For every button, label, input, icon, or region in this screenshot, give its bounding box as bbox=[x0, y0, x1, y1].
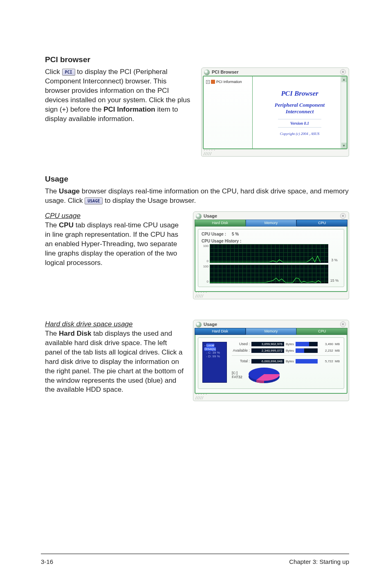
drive-c[interactable]: - C: 39 % bbox=[204, 351, 225, 355]
pci-version: Version 0.1 bbox=[278, 119, 321, 128]
available-line: Available : 2,340,995,072 Bytes 2,232 MB bbox=[232, 348, 340, 353]
window-title: Usage bbox=[204, 213, 217, 218]
usage-tabs: Hard Disk Memory CPU bbox=[195, 220, 347, 227]
drive-list: - Local Drive(s) - C: 39 % - D: 99 % bbox=[202, 342, 227, 383]
tab-cpu[interactable]: CPU bbox=[296, 220, 347, 227]
usage-cpu-window: Usage × Hard Disk Memory CPU CPU Usage :… bbox=[193, 211, 349, 299]
tree-expand-icon[interactable]: + bbox=[206, 80, 210, 84]
window-title: Usage bbox=[204, 322, 217, 327]
usage-tabs: Hard Disk Memory CPU bbox=[195, 328, 347, 335]
used-line: Used : 3,659,902,976 Bytes 3,490 MB bbox=[232, 342, 340, 346]
tab-hard-disk[interactable]: Hard Disk bbox=[195, 328, 246, 335]
pci-browser-window: PCI Browser × + PCI Information PCI Brow… bbox=[201, 67, 349, 157]
graph1-yaxis: 100 0 bbox=[202, 244, 210, 263]
cpu-graph-1 bbox=[210, 244, 328, 263]
tab-memory[interactable]: Memory bbox=[246, 328, 297, 335]
tab-hard-disk[interactable]: Hard Disk bbox=[195, 220, 246, 227]
cpu-usage-paragraph: The CPU tab displays real-time CPU usage… bbox=[45, 221, 184, 268]
page-footer: 3-16 Chapter 3: Starting up bbox=[41, 554, 349, 565]
pci-info-title: PCI Browser bbox=[281, 90, 318, 98]
app-logo-icon bbox=[196, 213, 202, 219]
total-line: Total : 6,000,898,048 Bytes 5,722 MB bbox=[232, 359, 340, 364]
pci-copyright: Copyright (c) 2004 , ASUS bbox=[280, 132, 320, 136]
pci-heading: PCI browser bbox=[45, 55, 349, 64]
scroll-down-icon[interactable]: ▾ bbox=[341, 143, 347, 148]
hd-usage-subhead: Hard disk drive space usage bbox=[45, 320, 184, 329]
tab-cpu[interactable]: CPU bbox=[296, 328, 347, 335]
used-bar bbox=[296, 342, 318, 346]
window-title: PCI Browser bbox=[212, 70, 238, 74]
close-icon[interactable]: × bbox=[340, 321, 346, 327]
used-mb: 3,490 bbox=[319, 342, 333, 346]
avail-bar bbox=[296, 348, 318, 353]
total-bar bbox=[296, 359, 318, 364]
app-logo-icon bbox=[204, 70, 210, 75]
pci-paragraph: Click PCI to display the PCI (Peripheral… bbox=[45, 67, 192, 124]
total-bytes: 6,000,898,048 bbox=[251, 359, 284, 364]
avail-bytes: 2,340,995,072 bbox=[251, 348, 284, 353]
close-icon[interactable]: × bbox=[340, 69, 346, 75]
window-footer: ••••• bbox=[195, 292, 347, 298]
app-logo-icon bbox=[196, 322, 202, 328]
pie-label: [C:] FAT32 bbox=[232, 371, 242, 379]
graph2-value: 15 % bbox=[328, 265, 341, 283]
window-footer: ••••• bbox=[195, 394, 347, 399]
graph2-yaxis: 100 0 bbox=[202, 265, 210, 283]
pci-tree-panel: + PCI Information bbox=[204, 76, 253, 148]
pci-info-panel: PCI Browser Peripheral Component Interco… bbox=[253, 76, 347, 148]
window-footer: ••••• bbox=[203, 149, 347, 155]
drive-d[interactable]: - D: 99 % bbox=[204, 355, 225, 358]
page-number: 3-16 bbox=[41, 558, 53, 565]
usage-heading: Usage bbox=[45, 175, 349, 184]
close-icon[interactable]: × bbox=[340, 213, 346, 219]
graph1-value: 3 % bbox=[328, 244, 341, 263]
avail-mb: 2,232 bbox=[319, 349, 333, 352]
pci-tree-root[interactable]: + PCI Information bbox=[206, 80, 250, 84]
tab-memory[interactable]: Memory bbox=[246, 220, 297, 227]
folder-icon bbox=[211, 80, 215, 84]
cpu-graph-2 bbox=[210, 265, 328, 283]
hd-usage-paragraph: The Hard Disk tab displays the used and … bbox=[45, 329, 184, 395]
drive-details: Used : 3,659,902,976 Bytes 3,490 MB Avai… bbox=[232, 342, 340, 384]
usage-intro: The Usage browser displays real-time inf… bbox=[45, 187, 349, 206]
used-bytes: 3,659,902,976 bbox=[251, 342, 284, 346]
drive-root[interactable]: Local Drive(s) bbox=[204, 343, 216, 351]
chapter-label: Chapter 3: Starting up bbox=[289, 558, 349, 565]
usage-button-image: USAGE bbox=[85, 197, 103, 205]
scrollbar[interactable]: ▴ ▾ bbox=[341, 76, 347, 148]
scroll-up-icon[interactable]: ▴ bbox=[341, 76, 347, 82]
pci-button-image: PCI bbox=[62, 69, 75, 76]
cpu-history-label: CPU Usage History : bbox=[202, 239, 341, 243]
cpu-usage-label: CPU Usage : 5 % bbox=[202, 232, 341, 236]
pci-info-subtitle: Peripheral Component Interconnect bbox=[275, 102, 325, 115]
usage-hd-window: Usage × Hard Disk Memory CPU - Local Dri… bbox=[193, 320, 349, 401]
total-mb: 5,722 bbox=[319, 359, 333, 363]
cpu-usage-subhead: CPU usage bbox=[45, 211, 184, 221]
disk-pie-chart bbox=[247, 366, 282, 384]
